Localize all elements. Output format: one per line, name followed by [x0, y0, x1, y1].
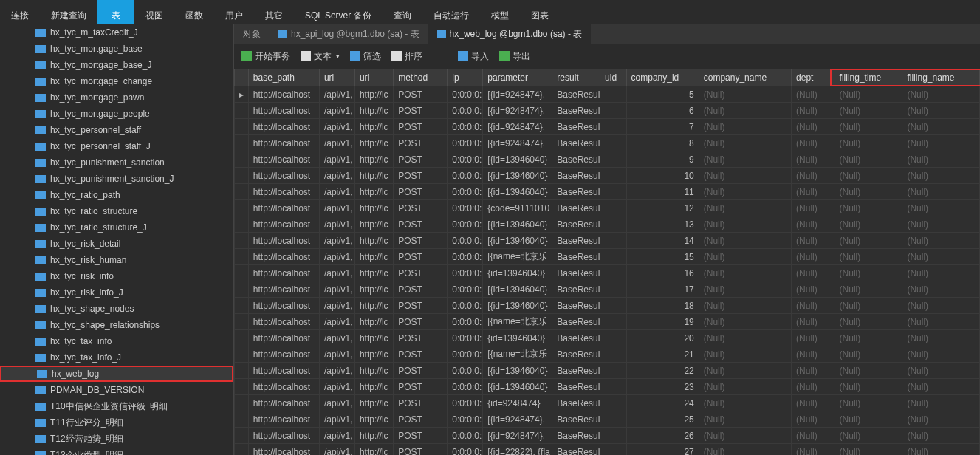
cell-ip[interactable]: 0:0:0:0: — [448, 216, 483, 233]
cell-ip[interactable]: 0:0:0:0: — [448, 379, 483, 395]
cell-method[interactable]: POST — [394, 103, 448, 119]
cell-parameter[interactable]: {id=13946040} — [483, 330, 552, 346]
ribbon-11[interactable]: 图表 — [520, 0, 560, 24]
cell-filling_time[interactable]: (Null) — [835, 233, 902, 249]
cell-uri[interactable]: /api/v1, — [319, 330, 354, 346]
cell-uid[interactable] — [600, 265, 627, 281]
cell-result[interactable]: BaseResul — [552, 428, 600, 444]
cell-filling_time[interactable]: (Null) — [835, 281, 902, 298]
grid-header-row[interactable]: base_pathuriurlmethodipparameterresultui… — [235, 69, 980, 86]
row-indicator[interactable] — [235, 216, 249, 233]
cell-filling_name[interactable]: (Null) — [902, 444, 980, 456]
cell-result[interactable]: BaseResul — [552, 249, 600, 265]
grid-row[interactable]: http://localhost/api/v1,http://lcPOST0:0… — [235, 428, 980, 444]
cell-parameter[interactable]: [{name=北京乐 — [483, 314, 552, 330]
cell-filling_time[interactable]: (Null) — [835, 298, 902, 314]
grid-row[interactable]: http://localhost/api/v1,http://lcPOST0:0… — [235, 135, 980, 151]
tree-item-hx_tyc_ratio_path[interactable]: hx_tyc_ratio_path — [0, 187, 233, 203]
ribbon-3[interactable]: 视图 — [134, 0, 174, 24]
cell-parameter[interactable]: [{id=13946040} — [483, 379, 552, 395]
cell-method[interactable]: POST — [394, 200, 448, 216]
cell-filling_name[interactable]: (Null) — [902, 395, 980, 411]
row-indicator[interactable] — [235, 298, 249, 314]
cell-result[interactable]: BaseResul — [552, 330, 600, 346]
cell-url[interactable]: http://lc — [354, 151, 393, 168]
cell-method[interactable]: POST — [394, 184, 448, 200]
cell-url[interactable]: http://lc — [354, 379, 393, 395]
cell-dept[interactable]: (Null) — [792, 184, 835, 200]
cell-uid[interactable] — [600, 428, 627, 444]
grid-row[interactable]: http://localhost/api/v1,http://lcPOST0:0… — [235, 119, 980, 135]
cell-method[interactable]: POST — [394, 86, 448, 103]
cell-dept[interactable]: (Null) — [792, 86, 835, 103]
cell-dept[interactable]: (Null) — [792, 363, 835, 379]
cell-filling_name[interactable]: (Null) — [902, 249, 980, 265]
tree-item-hx_tyc_shape_relationships[interactable]: hx_tyc_shape_relationships — [0, 317, 233, 333]
tree-item-hx_tyc_mortgage_change[interactable]: hx_tyc_mortgage_change — [0, 73, 233, 89]
grid-row[interactable]: ▸http://localhost/api/v1,http://lcPOST0:… — [235, 86, 980, 103]
cell-uri[interactable]: /api/v1, — [319, 233, 354, 249]
tree-item-hx_tyc_mortgage_people[interactable]: hx_tyc_mortgage_people — [0, 106, 233, 122]
cell-company_id[interactable]: 6 — [626, 103, 699, 119]
cell-url[interactable]: http://lc — [354, 168, 393, 184]
cell-ip[interactable]: 0:0:0:0: — [448, 151, 483, 168]
row-indicator[interactable] — [235, 395, 249, 411]
cell-result[interactable]: BaseResul — [552, 216, 600, 233]
cell-ip[interactable]: 0:0:0:0: — [448, 200, 483, 216]
cell-url[interactable]: http://lc — [354, 298, 393, 314]
cell-company_id[interactable]: 20 — [626, 330, 699, 346]
cell-uri[interactable]: /api/v1, — [319, 184, 354, 200]
cell-ip[interactable]: 0:0:0:0: — [448, 233, 483, 249]
cell-company_id[interactable]: 12 — [626, 200, 699, 216]
cell-company_name[interactable]: (Null) — [699, 265, 791, 281]
tree-item-T12经营趋势_明细[interactable]: T12经营趋势_明细 — [0, 431, 233, 447]
grid-row[interactable]: http://localhost/api/v1,http://lcPOST0:0… — [235, 314, 980, 330]
grid-row[interactable]: http://localhost/api/v1,http://lcPOST0:0… — [235, 346, 980, 363]
cell-filling_name[interactable]: (Null) — [902, 103, 980, 119]
row-indicator[interactable] — [235, 265, 249, 281]
cell-filling_time[interactable]: (Null) — [835, 135, 902, 151]
cell-filling_time[interactable]: (Null) — [835, 265, 902, 281]
tree-item-hx_tyc_mortgage_pawn[interactable]: hx_tyc_mortgage_pawn — [0, 89, 233, 106]
cell-url[interactable]: http://lc — [354, 86, 393, 103]
grid-row[interactable]: http://localhost/api/v1,http://lcPOST0:0… — [235, 298, 980, 314]
cell-filling_time[interactable]: (Null) — [835, 216, 902, 233]
cell-company_id[interactable]: 27 — [626, 444, 699, 456]
cell-filling_name[interactable]: (Null) — [902, 135, 980, 151]
cell-uid[interactable] — [600, 379, 627, 395]
cell-company_id[interactable]: 13 — [626, 216, 699, 233]
tree-item-hx_tyc_risk_info_J[interactable]: hx_tyc_risk_info_J — [0, 284, 233, 301]
cell-company_name[interactable]: (Null) — [699, 86, 791, 103]
cell-filling_name[interactable]: (Null) — [902, 200, 980, 216]
cell-parameter[interactable]: [{id=13946040} — [483, 216, 552, 233]
col-header-ip[interactable]: ip — [448, 69, 483, 86]
cell-uid[interactable] — [600, 314, 627, 330]
cell-filling_name[interactable]: (Null) — [902, 184, 980, 200]
export-button[interactable]: 导出 — [499, 50, 530, 63]
cell-company_name[interactable]: (Null) — [699, 363, 791, 379]
cell-filling_name[interactable]: (Null) — [902, 346, 980, 363]
cell-company_id[interactable]: 26 — [626, 428, 699, 444]
grid-row[interactable]: http://localhost/api/v1,http://lcPOST0:0… — [235, 363, 980, 379]
cell-ip[interactable]: 0:0:0:0: — [448, 428, 483, 444]
cell-ip[interactable]: 0:0:0:0: — [448, 346, 483, 363]
col-header-company_id[interactable]: company_id — [626, 69, 699, 86]
cell-filling_name[interactable]: (Null) — [902, 265, 980, 281]
cell-uri[interactable]: /api/v1, — [319, 103, 354, 119]
cell-company_name[interactable]: (Null) — [699, 135, 791, 151]
cell-company_id[interactable]: 9 — [626, 151, 699, 168]
cell-company_id[interactable]: 21 — [626, 346, 699, 363]
cell-company_id[interactable]: 11 — [626, 184, 699, 200]
cell-uid[interactable] — [600, 395, 627, 411]
sort-button[interactable]: 排序 — [391, 50, 422, 63]
cell-result[interactable]: BaseResul — [552, 411, 600, 428]
grid-row[interactable]: http://localhost/api/v1,http://lcPOST0:0… — [235, 168, 980, 184]
row-indicator[interactable] — [235, 249, 249, 265]
cell-uid[interactable] — [600, 411, 627, 428]
cell-filling_name[interactable]: (Null) — [902, 428, 980, 444]
cell-filling_time[interactable]: (Null) — [835, 249, 902, 265]
ribbon-5[interactable]: 用户 — [214, 0, 254, 24]
cell-ip[interactable]: 0:0:0:0: — [448, 314, 483, 330]
cell-uid[interactable] — [600, 151, 627, 168]
tree-item-T11行业评分_明细[interactable]: T11行业评分_明细 — [0, 414, 233, 431]
